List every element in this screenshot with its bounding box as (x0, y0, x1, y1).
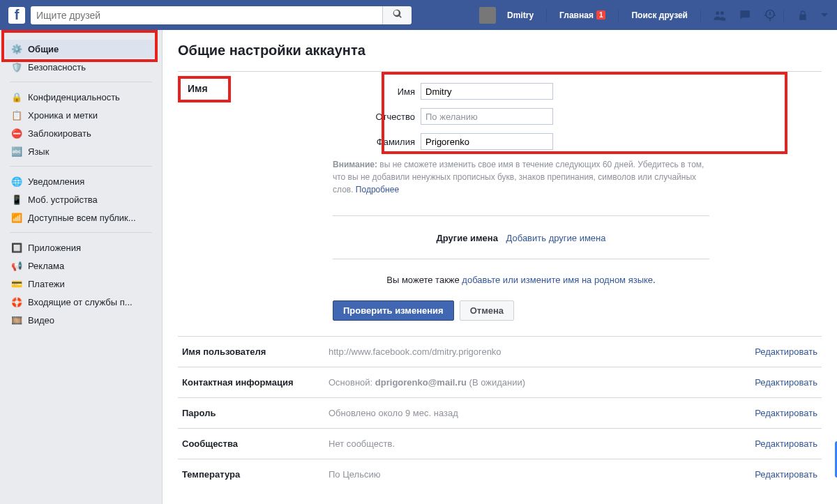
sidebar-item-label: Реклама (28, 261, 64, 271)
row-value: По Цельсию (329, 469, 755, 480)
search-icon (393, 9, 402, 21)
sidebar-item-label: Язык (28, 146, 49, 157)
warning-bold: Внимание: (333, 160, 377, 169)
search-wrap (31, 6, 412, 24)
sidebar-item-language[interactable]: 🔤 Язык (6, 142, 156, 160)
sidebar-item-mobile[interactable]: 📱 Моб. устройства (6, 190, 156, 208)
friend-requests-icon[interactable] (712, 8, 727, 23)
profile-link[interactable]: Dmitry (500, 6, 541, 24)
sidebar-item-label: Платежи (28, 279, 65, 289)
sidebar-item-label: Уведомления (28, 176, 84, 187)
name-section: Имя Имя Отчество Фамилия Внимание: вы (178, 71, 822, 337)
row-label: Температура (182, 469, 329, 480)
globe-icon: 🌐 (11, 176, 22, 187)
sidebar-item-label: Входящие от службы п... (28, 297, 133, 307)
home-label: Главная (559, 10, 594, 20)
row-temperature: Температура По Цельсию Редактировать (178, 459, 822, 489)
form-row-last-name: Фамилия (333, 133, 822, 150)
sidebar-item-video[interactable]: 🎞️ Видео (6, 311, 156, 329)
row-value: http://www.facebook.com/dmitry.prigorenk… (329, 346, 755, 357)
gear-icon: ⚙️ (11, 43, 22, 54)
sidebar-item-public-posts[interactable]: 📶 Доступные всем публик... (6, 208, 156, 227)
edit-link[interactable]: Редактировать (755, 469, 817, 480)
edit-link[interactable]: Редактировать (755, 408, 817, 418)
avatar[interactable] (479, 7, 496, 24)
also-text: Вы можете также (386, 275, 462, 285)
edit-link[interactable]: Редактировать (755, 438, 817, 449)
row-password: Пароль Обновлено около 9 мес. назад Реда… (178, 398, 822, 429)
other-names-line: Другие имена Добавить другие имена (333, 215, 709, 243)
name-warning: Внимание: вы не сможете изменить свое им… (333, 158, 709, 196)
first-name-label: Имя (333, 86, 415, 97)
sidebar-item-payments[interactable]: 💳 Платежи (6, 275, 156, 293)
card-icon: 💳 (11, 278, 22, 289)
sidebar-item-security[interactable]: 🛡️ Безопасность (6, 58, 156, 76)
also-period: . (653, 275, 656, 285)
sidebar: ⚙️ Общие 🛡️ Безопасность 🔒 Конфиденциаль… (0, 30, 162, 504)
row-value: Нет сообществ. (329, 438, 755, 449)
shield-icon: 🛡️ (11, 61, 22, 72)
sidebar-item-label: Доступные всем публик... (28, 213, 136, 223)
other-names-label: Другие имена (437, 233, 498, 243)
review-changes-button[interactable]: Проверить изменения (333, 300, 454, 321)
sidebar-item-blocking[interactable]: ⛔ Заблокировать (6, 124, 156, 142)
row-label: Имя пользователя (182, 346, 329, 357)
sidebar-item-label: Приложения (28, 243, 81, 253)
messages-icon[interactable] (737, 8, 753, 23)
row-label: Контактная информация (182, 377, 329, 388)
first-name-input[interactable] (421, 83, 553, 100)
search-button[interactable] (382, 6, 412, 24)
sidebar-item-support-inbox[interactable]: 🛟 Входящие от службы п... (6, 293, 156, 311)
last-name-label: Фамилия (333, 137, 415, 147)
page-title: Общие настройки аккаунта (178, 43, 822, 59)
apps-icon: 🔲 (11, 242, 22, 253)
sidebar-item-apps[interactable]: 🔲 Приложения (6, 238, 156, 257)
lock-icon: 🔒 (11, 91, 22, 102)
timeline-icon: 📋 (11, 109, 22, 121)
sidebar-item-label: Видео (28, 315, 54, 326)
name-form: Имя Отчество Фамилия (333, 83, 822, 150)
middle-name-label: Отчество (333, 112, 415, 122)
sidebar-item-timeline[interactable]: 📋 Хроника и метки (6, 106, 156, 124)
notifications-icon[interactable] (762, 8, 778, 23)
sidebar-item-label: Конфиденциальность (28, 92, 120, 102)
content: Общие настройки аккаунта Имя Имя Отчеств… (162, 30, 837, 504)
name-button-row: Проверить изменения Отмена (333, 300, 822, 321)
form-row-middle-name: Отчество (333, 108, 822, 125)
sidebar-item-notifications[interactable]: 🌐 Уведомления (6, 172, 156, 190)
sidebar-item-general[interactable]: ⚙️ Общие (6, 40, 156, 58)
last-name-input[interactable] (421, 133, 553, 150)
language-icon: 🔤 (11, 146, 22, 157)
sidebar-item-label: Заблокировать (28, 128, 91, 139)
topbar: f Dmitry Главная 1 Поиск друзей (0, 0, 837, 30)
edit-link[interactable]: Редактировать (755, 377, 817, 388)
native-name-link[interactable]: добавьте или измените имя на родном язык… (462, 275, 653, 285)
lock-icon[interactable] (795, 8, 810, 23)
lifebuoy-icon: 🛟 (11, 296, 22, 307)
native-name-line: Вы можете также добавьте или измените им… (333, 259, 709, 285)
ads-icon: 📢 (11, 260, 22, 271)
chevron-down-icon[interactable] (820, 8, 829, 23)
form-row-first-name: Имя (333, 83, 822, 100)
block-icon: ⛔ (11, 128, 22, 139)
search-input[interactable] (31, 6, 382, 24)
find-friends-link[interactable]: Поиск друзей (624, 6, 695, 24)
row-label: Пароль (182, 408, 329, 418)
add-other-names-link[interactable]: Добавить другие имена (506, 233, 606, 243)
film-icon: 🎞️ (11, 314, 22, 326)
row-value: Основной: dprigorenko@mail.ru (В ожидани… (329, 377, 755, 388)
middle-name-input[interactable] (421, 108, 553, 125)
row-networks: Сообщества Нет сообществ. Редактировать (178, 429, 822, 459)
row-value: Обновлено около 9 мес. назад (329, 408, 755, 418)
sidebar-item-label: Моб. устройства (28, 194, 98, 205)
sidebar-item-label: Общие (28, 44, 59, 54)
sidebar-item-ads[interactable]: 📢 Реклама (6, 257, 156, 275)
edit-link[interactable]: Редактировать (755, 346, 817, 357)
sidebar-item-privacy[interactable]: 🔒 Конфиденциальность (6, 88, 156, 106)
home-link[interactable]: Главная 1 (552, 6, 612, 24)
section-label-name: Имя (182, 82, 213, 96)
cancel-button[interactable]: Отмена (460, 300, 514, 321)
logo[interactable]: f (8, 7, 25, 24)
sidebar-item-label: Хроника и метки (28, 110, 98, 121)
learn-more-link[interactable]: Подробнее (356, 185, 399, 194)
